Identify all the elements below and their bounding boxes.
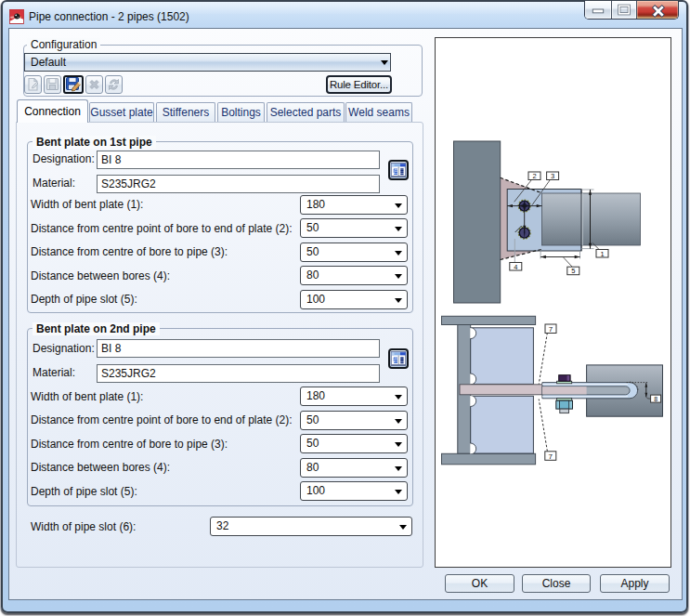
svg-text:2: 2 [532, 172, 536, 180]
svg-text:7: 7 [549, 452, 553, 461]
svg-text:3: 3 [551, 172, 554, 180]
svg-text:8: 8 [654, 396, 657, 402]
svg-text:1: 1 [600, 250, 604, 258]
svg-text:4: 4 [514, 263, 517, 271]
svg-text:5: 5 [571, 267, 575, 275]
svg-text:7: 7 [549, 325, 553, 334]
